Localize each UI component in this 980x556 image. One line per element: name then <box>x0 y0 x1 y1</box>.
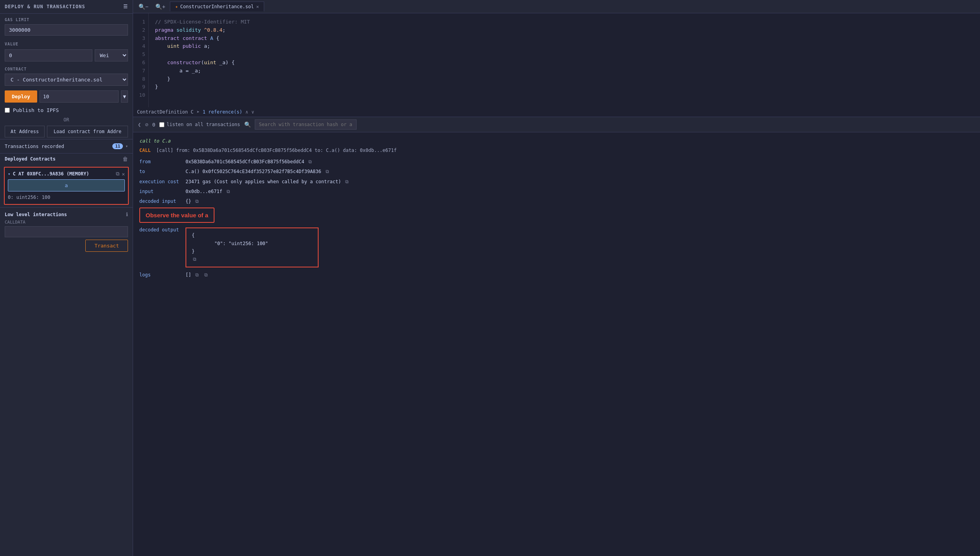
search-icon-button[interactable]: 🔍 <box>244 121 251 128</box>
tab-name: ConstructorInheritance.sol <box>180 4 254 9</box>
code-content[interactable]: // SPDX-License-Identifier: MIT pragma s… <box>149 13 980 107</box>
log-row-input: input 0x0db...e671f ⧉ <box>139 188 974 195</box>
editor-area: 1234 5678 910 // SPDX-License-Identifier… <box>133 13 980 107</box>
zoom-out-button[interactable]: 🔍− <box>136 2 151 11</box>
decoded-output-box: { "0": "uint256: 100" } ⧉ <box>186 227 319 267</box>
log-label-logs: logs <box>139 271 182 279</box>
panel-header: DEPLOY & RUN TRANSACTIONS ☰ <box>0 0 133 14</box>
transactions-row[interactable]: Transactions recorded 11 ▾ <box>0 139 133 153</box>
log-row-decoded-output: decoded output { "0": "uint256: 100" } ⧉ <box>139 226 974 269</box>
log-val-logs: [] <box>186 271 191 279</box>
copy-logs-icon-1[interactable]: ⧉ <box>194 271 200 279</box>
value-label: VALUE <box>0 38 133 48</box>
copy-decoded-input-icon[interactable]: ⧉ <box>194 197 200 205</box>
terminal-output: call to C.a CALL [call] from: 0x5B38Da6a… <box>133 132 980 285</box>
decoded-output-inner: { "0": "uint256: 100" } <box>192 231 312 255</box>
observe-bubble: Observe the value of a <box>139 208 214 223</box>
log-label-execution-cost: execution cost <box>139 178 182 186</box>
tab-file-icon: ✦ <box>175 4 178 9</box>
log-val-execution-cost: 23471 gas (Cost only applies when called… <box>186 178 341 186</box>
breadcrumb-bar: ContractDefinition C ➤ 1 reference(s) ∧ … <box>133 107 980 117</box>
call-log-line: call to C.a <box>139 137 974 145</box>
listen-all-row: listen on all transactions <box>159 122 240 127</box>
at-address-button[interactable]: At Address <box>5 126 45 137</box>
line-numbers: 1234 5678 910 <box>133 13 149 107</box>
listen-all-label: listen on all transactions <box>167 122 240 127</box>
terminal-stop-icon[interactable]: ⊘ <box>145 121 148 128</box>
log-row-from: from 0x5B38Da6a701c568545dCfcB03FcB875f5… <box>139 158 974 166</box>
load-address-button[interactable]: Load contract from Addre <box>47 126 128 137</box>
panel-title: DEPLOY & RUN TRANSACTIONS <box>5 4 85 9</box>
log-val-to: C.a() 0x0fC5025C764cE34df352757e82f7B5c4… <box>186 168 321 175</box>
transact-button[interactable]: Transact <box>85 240 128 252</box>
contract-a-button[interactable]: a <box>8 179 125 191</box>
zoom-in-button[interactable]: 🔍+ <box>153 2 168 11</box>
value-unit-select[interactable]: Wei Gwei Finney Ether <box>95 49 128 61</box>
breadcrumb-up-icon[interactable]: ∧ <box>245 109 248 115</box>
terminal-fold-icon[interactable]: ❮ <box>138 121 141 128</box>
contract-card-name: C AT 0X0FC...9A836 (MEMORY) <box>13 171 114 177</box>
ref-count[interactable]: 1 reference(s) <box>203 109 242 115</box>
contract-select[interactable]: C - ConstructorInheritance.sol <box>5 74 128 86</box>
transactions-badge: 11 <box>112 143 123 149</box>
call-detail-line: CALL [call] from: 0x5B38Da6a701c568545dC… <box>139 146 974 154</box>
breadcrumb-text: ContractDefinition C <box>137 109 194 115</box>
log-label-input: input <box>139 188 182 195</box>
log-row-decoded-input: decoded input {} ⧉ <box>139 197 974 205</box>
gas-limit-label: GAS LIMIT <box>0 14 133 23</box>
editor-tab[interactable]: ✦ ConstructorInheritance.sol ✕ <box>170 2 264 11</box>
contract-copy-icon[interactable]: ⧉ <box>116 171 119 177</box>
log-label-to: to <box>139 168 182 175</box>
copy-from-icon[interactable]: ⧉ <box>307 158 313 166</box>
log-row-logs: logs [] ⧉ ⧉ <box>139 271 974 279</box>
terminal-bar: ❮ ⊘ 0 listen on all transactions 🔍 <box>133 117 980 132</box>
search-input[interactable] <box>255 119 357 130</box>
deployed-contracts-label: Deployed Contracts <box>5 156 56 162</box>
log-val-input: 0x0db...e671f <box>186 188 222 195</box>
info-icon[interactable]: ℹ <box>126 211 128 217</box>
log-val-from: 0x5B38Da6a701c568545dCfcB03FcB875f56bedd… <box>186 158 304 166</box>
log-val-decoded-input: {} <box>186 197 191 205</box>
log-label-from: from <box>139 158 182 166</box>
settings-icon[interactable]: ☰ <box>123 4 128 9</box>
calldata-label: CALLDATA <box>0 219 133 226</box>
terminal-count: 0 <box>152 122 155 128</box>
log-label-decoded-input: decoded input <box>139 197 182 205</box>
left-panel: DEPLOY & RUN TRANSACTIONS ☰ GAS LIMIT VA… <box>0 0 133 556</box>
transactions-label: Transactions recorded <box>5 144 110 149</box>
observe-annotation-area: Observe the value of a <box>139 208 974 224</box>
contract-label: CONTRACT <box>0 63 133 73</box>
log-label-decoded-output: decoded output <box>139 226 182 234</box>
contract-expand-icon[interactable]: ▾ <box>8 171 11 177</box>
copy-to-icon[interactable]: ⧉ <box>324 168 330 175</box>
copy-decoded-output-icon[interactable]: ⧉ <box>192 256 198 262</box>
log-row-to: to C.a() 0x0fC5025C764cE34df352757e82f7B… <box>139 168 974 175</box>
gas-limit-input[interactable] <box>5 24 128 36</box>
value-amount-input[interactable] <box>5 49 92 61</box>
tab-close-icon[interactable]: ✕ <box>256 4 259 9</box>
calldata-input[interactable] <box>5 226 128 237</box>
copy-input-icon[interactable]: ⧉ <box>225 188 231 195</box>
breadcrumb-arrow-icon[interactable]: ➤ <box>197 109 200 115</box>
editor-toolbar: 🔍− 🔍+ ✦ ConstructorInheritance.sol ✕ <box>133 0 980 13</box>
trash-icon[interactable]: 🗑 <box>122 156 128 162</box>
contract-close-icon[interactable]: ✕ <box>122 171 125 177</box>
transactions-chevron-icon: ▾ <box>125 144 128 149</box>
listen-all-checkbox[interactable] <box>159 122 164 127</box>
or-divider: OR <box>0 116 133 124</box>
publish-ipfs-checkbox[interactable] <box>5 108 10 113</box>
low-level-header: Low level interactions ℹ <box>0 207 133 219</box>
breadcrumb-down-icon[interactable]: ∨ <box>251 109 254 115</box>
copy-execution-cost-icon[interactable]: ⧉ <box>344 178 350 186</box>
contract-card: ▾ C AT 0X0FC...9A836 (MEMORY) ⧉ ✕ a 0: u… <box>4 167 129 205</box>
log-row-execution-cost: execution cost 23471 gas (Cost only appl… <box>139 178 974 186</box>
low-level-label: Low level interactions <box>5 212 67 217</box>
right-panel: 🔍− 🔍+ ✦ ConstructorInheritance.sol ✕ 123… <box>133 0 980 556</box>
publish-ipfs-label: Publish to IPFS <box>13 107 59 113</box>
deploy-value-input[interactable] <box>40 90 119 103</box>
contract-output: 0: uint256: 100 <box>8 194 125 201</box>
deployed-header: Deployed Contracts 🗑 <box>0 153 133 164</box>
copy-logs-icon-2[interactable]: ⧉ <box>203 271 209 279</box>
deploy-dropdown-arrow[interactable]: ▼ <box>121 90 128 103</box>
deploy-button[interactable]: Deploy <box>5 90 37 103</box>
